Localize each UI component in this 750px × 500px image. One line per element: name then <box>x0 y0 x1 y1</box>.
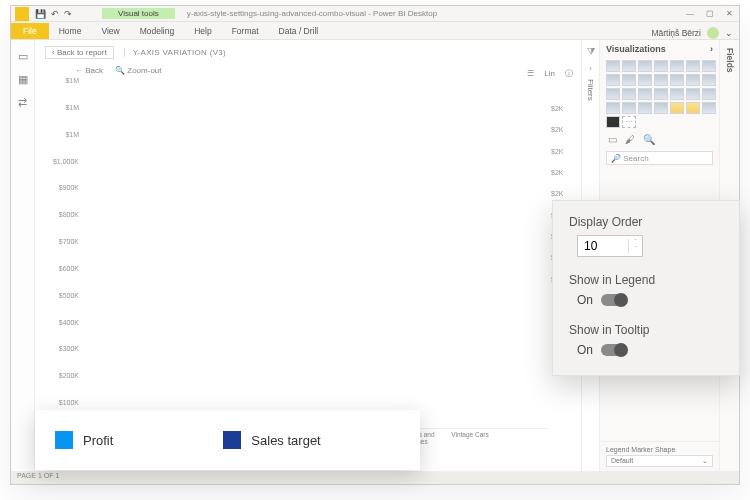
info-icon[interactable]: ⓘ <box>565 68 573 79</box>
viz-type-icon[interactable] <box>686 88 700 100</box>
status-bar: PAGE 1 OF 1 <box>11 471 739 484</box>
viz-type-icon[interactable] <box>622 60 636 72</box>
display-order-input[interactable]: ˄˅ <box>577 235 643 257</box>
undo-icon[interactable]: ↶ <box>51 9 59 19</box>
lin-label[interactable]: Lin <box>544 69 555 78</box>
viz-type-icon[interactable] <box>638 102 652 114</box>
legend-label: Sales target <box>251 433 320 448</box>
page-indicator: PAGE 1 OF 1 <box>17 472 59 479</box>
toggle-state: On <box>577 293 593 307</box>
legend-label: Profit <box>83 433 113 448</box>
show-in-legend-toggle[interactable] <box>601 294 627 306</box>
viz-type-icon[interactable] <box>622 102 636 114</box>
show-in-legend-label: Show in Legend <box>569 273 723 287</box>
viz-type-icon[interactable] <box>670 102 684 114</box>
viz-type-icon[interactable] <box>654 102 668 114</box>
viz-type-icon[interactable] <box>670 60 684 72</box>
visual-tools-tab[interactable]: Visual tools <box>102 8 175 19</box>
breadcrumb: Y-AXIS VARIATION (V3) <box>124 48 226 57</box>
legend-marker-shape-label: Legend Marker Shape <box>606 446 713 453</box>
tab-file[interactable]: File <box>11 23 49 39</box>
fields-tab-icon[interactable]: ▭ <box>608 134 617 145</box>
display-order-label: Display Order <box>569 215 723 229</box>
tab-modeling[interactable]: Modeling <box>130 23 185 39</box>
avatar <box>707 27 719 39</box>
quick-access-toolbar: 💾 ↶ ↷ <box>35 9 72 19</box>
search-input[interactable]: 🔎 Search <box>606 151 713 165</box>
viz-type-icon[interactable] <box>638 74 652 86</box>
viz-type-icon[interactable] <box>670 88 684 100</box>
toggle-state: On <box>577 343 593 357</box>
viz-type-icon[interactable]: ⋯ <box>622 116 636 128</box>
close-icon[interactable]: ✕ <box>726 9 733 18</box>
user-account[interactable]: Mārtiņš Bērzi ⌄ <box>645 27 739 39</box>
app-icon <box>15 7 29 21</box>
viz-type-icon[interactable] <box>702 102 716 114</box>
save-icon[interactable]: 💾 <box>35 9 46 19</box>
viz-type-icon[interactable] <box>622 88 636 100</box>
viz-type-icon[interactable] <box>606 102 620 114</box>
tab-view[interactable]: View <box>91 23 129 39</box>
tab-home[interactable]: Home <box>49 23 92 39</box>
tab-help[interactable]: Help <box>184 23 221 39</box>
legend-card: Profit Sales target <box>35 410 420 470</box>
filter-icon: ⧩ <box>587 46 595 58</box>
data-view-icon[interactable]: ▦ <box>18 73 28 86</box>
x-tick-label <box>496 429 547 451</box>
viz-type-icon[interactable] <box>606 116 620 128</box>
tab-format[interactable]: Format <box>222 23 269 39</box>
back-to-report-button[interactable]: ‹ Back to report <box>45 46 114 59</box>
format-tab-icon[interactable]: 🖌 <box>625 134 635 145</box>
chevron-down-icon[interactable]: ⌄ <box>725 28 733 38</box>
model-view-icon[interactable]: ⇄ <box>18 96 27 109</box>
viz-type-icon[interactable] <box>702 60 716 72</box>
filters-label: Filters <box>586 79 595 101</box>
legend-marker-shape-dropdown[interactable]: Default ⌄ <box>606 455 713 467</box>
viz-type-icon[interactable] <box>686 74 700 86</box>
chevron-right-icon[interactable]: › <box>710 44 713 54</box>
viz-type-icon[interactable] <box>654 88 668 100</box>
spinner[interactable]: ˄˅ <box>628 239 642 253</box>
viz-type-icon[interactable] <box>638 88 652 100</box>
user-name: Mārtiņš Bērzi <box>651 28 701 38</box>
viz-type-icon[interactable] <box>654 74 668 86</box>
viz-type-icon[interactable] <box>670 74 684 86</box>
legend-item-sales-target: Sales target <box>223 431 320 449</box>
maximize-icon[interactable]: ▢ <box>706 9 714 18</box>
view-rail: ▭ ▦ ⇄ <box>11 40 35 471</box>
viz-type-icon[interactable] <box>702 74 716 86</box>
report-canvas: ‹ Back to report Y-AXIS VARIATION (V3) ←… <box>35 40 581 471</box>
viz-type-icon[interactable] <box>622 74 636 86</box>
chevron-down-icon[interactable]: ˅ <box>634 246 637 253</box>
viz-type-icon[interactable] <box>686 102 700 114</box>
chart-list-icon[interactable]: ☰ <box>527 69 534 78</box>
visualization-gallery: ⋯ <box>600 58 719 130</box>
legend-item-profit: Profit <box>55 431 113 449</box>
back-button[interactable]: ← Back <box>75 66 103 75</box>
document-title: y-axis-style-settings-using-advanced-com… <box>187 9 437 18</box>
viz-type-icon[interactable] <box>606 60 620 72</box>
zoom-out-button[interactable]: 🔍 Zoom-out <box>115 66 161 75</box>
viz-type-icon[interactable] <box>606 88 620 100</box>
chevron-down-icon: ⌄ <box>702 457 708 465</box>
redo-icon[interactable]: ↷ <box>64 9 72 19</box>
viz-type-icon[interactable] <box>654 60 668 72</box>
plot-area <box>85 80 547 429</box>
legend-swatch <box>223 431 241 449</box>
viz-type-icon[interactable] <box>606 74 620 86</box>
chevron-up-icon[interactable]: ˄ <box>634 239 637 246</box>
tab-data-drill[interactable]: Data / Drill <box>269 23 329 39</box>
analytics-tab-icon[interactable]: 🔍 <box>643 134 655 145</box>
viz-type-icon[interactable] <box>686 60 700 72</box>
legend-swatch <box>55 431 73 449</box>
minimize-icon[interactable]: — <box>686 9 694 18</box>
viz-type-icon[interactable] <box>638 60 652 72</box>
show-in-tooltip-toggle[interactable] <box>601 344 627 356</box>
ribbon-tabs: File Home View Modeling Help Format Data… <box>11 22 739 40</box>
y-axis-left: $1M$1M$1M$1,000K$900K$800K$700K$600K$500… <box>45 80 83 429</box>
viz-type-icon[interactable] <box>702 88 716 100</box>
report-view-icon[interactable]: ▭ <box>18 50 28 63</box>
display-order-field[interactable] <box>578 239 628 253</box>
show-in-tooltip-label: Show in Tooltip <box>569 323 723 337</box>
chart-toolbar: ← Back 🔍 Zoom-out <box>75 66 162 75</box>
